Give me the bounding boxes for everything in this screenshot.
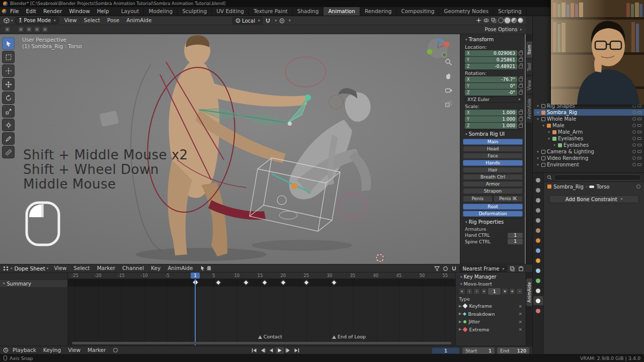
editor-type-icon[interactable] [3,17,10,24]
disable-in-renders-icon[interactable] [637,118,641,120]
move-far-right-button[interactable]: » [481,288,488,295]
disclosure-icon[interactable]: ▾ [536,117,540,121]
outliner-row-camera-lighting[interactable]: ▾Camera & Lighting [534,148,644,155]
start-frame-field[interactable]: Start1 [462,347,495,354]
disclosure-icon[interactable]: ▾ [536,111,540,115]
rig-properties-panel-header[interactable]: ▾Rig Properties [463,218,523,226]
scale-z-field[interactable]: Z1.000 [465,123,517,129]
paste-keyframes-icon[interactable] [518,265,524,272]
amount-dropdown-icon[interactable]: ▾ [502,288,508,295]
hide-in-viewport-icon[interactable] [632,156,636,160]
tool-option-icon-4[interactable] [42,26,48,33]
playhead[interactable]: 1 [195,279,196,345]
lock-scale-y-icon[interactable] [519,118,523,121]
rotation-y-field[interactable]: Y0° [465,83,517,89]
outliner-row-environment[interactable]: ▾Environment [534,161,644,168]
properties-tab-modifiers[interactable] [533,246,543,255]
workspace-tab-geometry-nodes[interactable]: Geometry Nodes [439,7,494,16]
outliner-row-eyelashes[interactable]: ▾Eyelashes [534,142,644,148]
rig-button-root[interactable]: Root [463,204,523,210]
rig-button-hair[interactable]: Hair [463,167,523,173]
insert-key-icon[interactable]: + [509,288,516,295]
dope-sheet-timeline[interactable]: -25-20-15-10-5510152025303540455055 Cont… [68,273,455,345]
play-reverse-button[interactable] [267,347,275,354]
show-hidden-icon[interactable] [206,265,212,272]
keytype-row-jitter[interactable]: ▶Jitter× [459,318,523,326]
workspace-tab-sculpting[interactable]: Sculpting [178,7,212,16]
proportional-caret-icon[interactable]: ▾ [289,19,291,23]
play-button[interactable] [276,347,284,354]
rig-button-head[interactable]: Head [463,146,523,152]
lock-rotation-y-icon[interactable] [519,84,523,88]
hide-in-viewport-icon[interactable] [632,124,636,127]
breadcrumb-object[interactable]: Sombra_Rig [553,184,584,190]
end-frame-field[interactable]: End120 [497,347,529,354]
location-x-field[interactable]: X0.029063 [465,50,517,56]
move-insert-header[interactable]: ▾Move-Insert [459,281,523,287]
hide-in-viewport-icon[interactable] [632,111,636,114]
rig-button-deformation[interactable]: Deformation [463,211,523,217]
transform-panel-header[interactable]: ▾Transform [463,36,523,43]
workspace-tab-compositing[interactable]: Compositing [397,7,440,16]
properties-tab-render[interactable] [533,186,543,195]
pose-options-dropdown[interactable]: Pose Options ▾ [485,27,522,32]
jump-to-start-button[interactable] [250,347,258,354]
properties-tab-view-layer[interactable] [533,206,543,215]
snap-magnet-icon[interactable] [451,265,457,272]
select-keys-icon[interactable]: ▶ [459,320,461,324]
hide-in-viewport-icon[interactable] [632,130,636,134]
disable-in-renders-icon[interactable] [637,124,641,127]
disclosure-icon[interactable]: ▾ [541,124,545,128]
dope-menu-key[interactable]: Key [147,264,164,273]
select-keys-icon[interactable]: ▶ [459,304,461,308]
annotate-tool-button[interactable] [2,132,15,145]
disable-in-renders-icon[interactable] [637,105,641,107]
disable-in-renders-icon[interactable] [637,163,641,166]
rig-button-strapon[interactable]: Strapon [463,188,523,195]
clear-type-icon[interactable]: × [518,311,523,316]
disclosure-icon[interactable]: ▾ [552,143,556,147]
sidebar-tab-item[interactable]: Item [526,41,532,58]
keytype-row-extreme[interactable]: ▶Extreme× [459,326,523,334]
hide-in-viewport-icon[interactable] [632,117,636,121]
scale-x-field[interactable]: X1.000 [465,110,517,116]
timeline-editor-icon[interactable] [3,347,9,353]
rig-button-penis[interactable]: Penis [463,196,493,202]
playback-menu-playback[interactable]: Playback [9,346,40,354]
sidebar-tab-tool[interactable]: Tool [526,59,532,75]
disable-in-renders-icon[interactable] [637,144,641,146]
snap-magnet-icon[interactable] [265,18,271,24]
show-overlays-icon[interactable] [483,17,490,24]
workspace-tab-scripting[interactable]: Scripting [494,7,527,16]
shading-wireframe-icon[interactable] [498,18,504,23]
move-left-button[interactable]: ‹ [466,288,473,295]
workspace-tab-rendering[interactable]: Rendering [360,7,397,16]
properties-tab-output[interactable] [533,196,543,205]
proportional-edit-icon[interactable] [442,265,449,272]
location-z-field[interactable]: Z-0.48921 [465,63,517,69]
lock-rotation-x-icon[interactable] [519,78,523,81]
disable-in-renders-icon[interactable] [637,137,641,140]
hide-in-viewport-icon[interactable] [632,163,636,166]
viewport-menu-view[interactable]: View [61,16,80,25]
rig-button-breath-ctrl[interactable]: Breath Ctrl [463,174,523,180]
move-amount-field[interactable]: 1 [488,288,501,295]
menu-file[interactable]: File [7,7,23,16]
workspace-tab-uv-editing[interactable]: UV Editing [212,7,249,16]
properties-tab-bone-constraint[interactable] [533,296,543,305]
frame-ruler[interactable]: -25-20-15-10-5510152025303540455055 [68,273,455,279]
dope-menu-animaide[interactable]: AnimAide [164,264,196,273]
playback-menu-marker[interactable]: Marker [84,346,109,354]
workspace-tab-shading[interactable]: Shading [293,7,324,16]
lock-location-z-icon[interactable] [519,65,523,68]
properties-tab-bone[interactable] [533,286,543,295]
pin-id-icon[interactable] [636,185,640,189]
rig-button-armor[interactable]: Armor [463,181,523,188]
disclosure-icon[interactable]: ▾ [547,137,551,141]
dope-menu-channel[interactable]: Channel [119,264,147,273]
current-frame-field[interactable]: 1 [432,347,460,354]
pan-hand-icon[interactable] [445,72,452,80]
measure-tool-button[interactable] [2,146,15,158]
dope-menu-select[interactable]: Select [70,264,93,273]
hand-ctrl-field[interactable]: 1 [508,233,523,238]
